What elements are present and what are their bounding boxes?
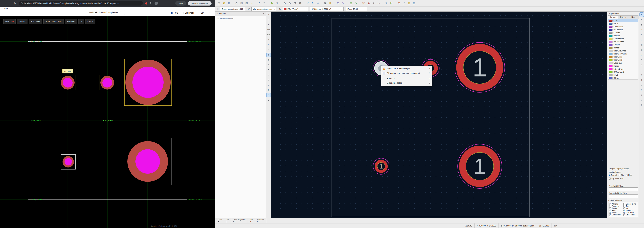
ratsnest-toggle-icon[interactable]: ∿ (266, 43, 270, 47)
inactive-layers-option[interactable]: Dim (618, 174, 624, 176)
layer-color-swatch[interactable] (609, 35, 612, 37)
add-zone-icon[interactable]: ▨ (640, 43, 644, 47)
close-icon[interactable]: × (263, 12, 264, 15)
selection-filter-header[interactable]: ▾ Selection Filter (608, 199, 638, 201)
layer-color-swatch[interactable] (609, 20, 612, 22)
cursor-shape-icon[interactable]: + (266, 38, 270, 42)
back-icon[interactable]: ← (1, 2, 6, 5)
selection-filter-checkbox[interactable]: Footprints (609, 205, 623, 207)
track-width-select[interactable]: Track: use netclass width (220, 7, 246, 11)
units-inches-icon[interactable]: in (266, 23, 270, 27)
footprint-wizard-icon[interactable]: ✎ (341, 1, 345, 5)
layer-row[interactable]: B.Fab (608, 76, 638, 80)
view-radio[interactable]: PCB (171, 12, 178, 14)
move-components-button[interactable]: Move Components (44, 19, 64, 24)
layer-row[interactable]: F.Fab (608, 74, 638, 76)
pth-pad[interactable] (126, 60, 171, 105)
layer-color-swatch[interactable] (609, 62, 612, 64)
search-panel-icon[interactable]: ◎ (266, 98, 270, 102)
layer-row[interactable]: B.Silkscreen (608, 40, 638, 43)
units-mils-icon[interactable]: mil (266, 28, 270, 32)
open-board-icon[interactable]: ▣ (222, 1, 226, 5)
selection-filter-checkbox[interactable]: Locked items (624, 203, 637, 205)
layer-row[interactable]: B.Mask (608, 46, 638, 49)
layer-row[interactable]: B.Paste (608, 34, 638, 37)
calculator-icon[interactable]: Σ (372, 1, 376, 5)
layer-row[interactable]: F.Mask (608, 43, 638, 46)
layer-row[interactable]: Edge.Cuts (608, 61, 638, 64)
redo-icon[interactable]: ↷ (262, 1, 266, 5)
flip-view-icon[interactable]: ⇅ (266, 88, 270, 92)
layer-row[interactable]: B.Adhesive (608, 28, 638, 31)
rotate-cw-icon[interactable]: ↻ (310, 1, 315, 5)
symbol-editor-icon[interactable]: ∿ (354, 1, 358, 5)
selection-filter-checkbox[interactable]: Graphics (624, 210, 637, 212)
library-manager-icon[interactable]: ▦ (407, 1, 411, 5)
measure-icon[interactable]: ⇔ (640, 98, 644, 102)
selection-filter-checkbox[interactable]: Tracks (609, 208, 623, 209)
layer-color-swatch[interactable] (609, 44, 612, 46)
add-dimension-icon[interactable]: ↔ (640, 83, 644, 87)
render-icon[interactable]: ◉ (366, 1, 371, 5)
tracks-outline-icon[interactable]: ≡ (266, 78, 270, 82)
draw-circle-icon[interactable]: ○ (640, 63, 644, 67)
highlight-net-icon[interactable]: ◉ (640, 23, 644, 27)
inactive-layers-option[interactable]: Hide (626, 174, 632, 176)
layer-pair-icon[interactable]: ⇅ (278, 8, 282, 10)
selection-filter-checkbox[interactable]: Dimensions (609, 214, 623, 216)
zone-fill-mode-icon[interactable]: ▨ (266, 53, 270, 57)
pads-outline-icon[interactable]: ◎ (266, 68, 270, 72)
layer-color-swatch[interactable] (609, 74, 612, 76)
origin-icon[interactable]: ⊕ (640, 93, 644, 97)
selection-filter-checkbox[interactable]: Text (624, 205, 637, 207)
errors-button[interactable]: 0 errors (17, 19, 28, 24)
refresh-view-icon[interactable]: ↻ (270, 1, 274, 5)
layer-row[interactable]: F.Adhesive (608, 25, 638, 28)
layer-color-swatch[interactable] (609, 47, 612, 49)
layer-row[interactable]: F.Courtyard (608, 68, 638, 70)
profile-avatar[interactable] (154, 2, 158, 5)
vias-outline-icon[interactable]: ○ (266, 73, 270, 77)
context-menu-item[interactable]: Select All A (381, 76, 432, 81)
schematic-editor-icon[interactable]: ▤ (349, 1, 353, 5)
layer-row[interactable]: F.Cu (608, 19, 638, 22)
draw-polygon-icon[interactable]: ◇ (640, 73, 644, 77)
layer-color-swatch[interactable] (609, 29, 612, 31)
layer-color-swatch[interactable] (609, 50, 612, 52)
appearance-tab[interactable]: Layers (608, 16, 618, 19)
layer-display-options-header[interactable]: ▾ Layer Display Options (609, 168, 638, 170)
viewer-3d-icon[interactable]: 3D (362, 1, 366, 5)
curved-ratsnest-icon[interactable]: ◠ (266, 48, 270, 52)
pth-pad[interactable]: 1 (458, 144, 502, 188)
footprint-editor-icon[interactable]: ⊞ (336, 1, 340, 5)
polar-coords-icon[interactable]: ⊙ (266, 18, 270, 22)
via-size-select[interactable]: Via: use netclass sizes (252, 7, 276, 11)
pcb-editor-canvas[interactable]: 1 1 (271, 12, 607, 218)
selection-filter-checkbox[interactable]: Pads (609, 210, 623, 212)
zoom-in-icon[interactable]: ⊕ (282, 1, 287, 5)
pcb-viewer-canvas[interactable]: -10mm, 10mm 10mm, 10mm -10mm, 0mm 0mm, 0… (0, 16, 215, 228)
zoom-out-icon[interactable]: ⊖ (288, 1, 292, 5)
documentation-icon[interactable]: ▤ (412, 1, 416, 5)
checker-icon[interactable]: ☑ (640, 103, 644, 107)
layer-row[interactable]: B.Cu (608, 22, 638, 25)
units-mm-icon[interactable]: mm (266, 33, 270, 37)
layer-color-swatch[interactable] (609, 26, 612, 28)
delete-tool-icon[interactable]: ✗ (640, 88, 644, 92)
update-pcb-icon[interactable]: ⇅ (384, 1, 388, 5)
layer-color-swatch[interactable] (609, 59, 612, 61)
route-tracks-icon[interactable]: ╱ (640, 28, 644, 32)
rats-nest-button[interactable]: Rats Nest (65, 19, 78, 24)
layer-color-swatch[interactable] (609, 23, 612, 25)
inactive-layers-option[interactable]: Normal (609, 174, 617, 176)
layer-color-swatch[interactable] (609, 32, 612, 34)
address-bar[interactable]: ⓘ localhost:3023/#file=MachinePinContact… (19, 1, 143, 6)
undo-icon[interactable]: ↶ (257, 1, 262, 5)
view-menu-button[interactable]: View ▾ (85, 19, 95, 24)
reload-icon[interactable]: ↻ (13, 2, 17, 5)
browser-menu-icon[interactable]: ⋮ (212, 2, 214, 4)
page-settings-icon[interactable]: ▤ (239, 1, 244, 5)
add-keepout-icon[interactable]: ▧ (640, 48, 644, 52)
draw-arc-icon[interactable]: ◠ (640, 58, 644, 62)
view-radio[interactable]: 3D (198, 12, 204, 14)
